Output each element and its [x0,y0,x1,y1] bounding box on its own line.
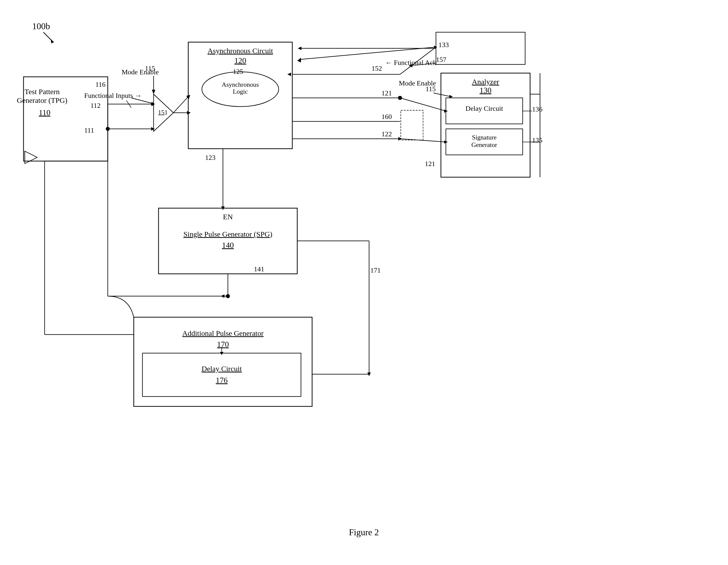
svg-text:Additional Pulse Generator: Additional Pulse Generator [182,329,264,337]
svg-text:140: 140 [222,240,234,249]
svg-text:121: 121 [425,160,435,167]
svg-text:116: 116 [95,80,106,88]
svg-text:Delay Circuit: Delay Circuit [465,105,503,112]
svg-text:110: 110 [39,108,51,117]
svg-text:160: 160 [381,113,392,120]
svg-text:141: 141 [254,265,264,273]
svg-text:Generator: Generator [471,141,497,148]
svg-text:120: 120 [234,56,246,65]
svg-text:121: 121 [381,89,392,97]
svg-text:115: 115 [426,85,436,93]
svg-text:Delay Circuit: Delay Circuit [202,365,242,373]
svg-text:Asynchronous: Asynchronous [222,81,259,88]
svg-text:← Functional Ack: ← Functional Ack [385,59,436,66]
svg-text:Single Pulse Generator (SPG): Single Pulse Generator (SPG) [183,230,272,238]
svg-text:Test Pattern: Test Pattern [25,87,60,96]
svg-text:Asynchronous Circuit: Asynchronous Circuit [208,47,273,55]
delay-circuit-176-block [142,353,301,397]
figure-caption: Figure 2 [349,527,379,537]
svg-text:Logic: Logic [233,88,248,95]
svg-text:171: 171 [370,266,381,274]
svg-text:112: 112 [90,102,101,109]
svg-text:Signature: Signature [472,134,497,141]
svg-text:136: 136 [532,105,542,113]
svg-text:170: 170 [217,340,229,349]
svg-text:176: 176 [216,376,228,385]
svg-text:111: 111 [84,126,94,134]
svg-text:133: 133 [438,41,449,49]
svg-text:115: 115 [145,64,155,72]
svg-text:Analyzer: Analyzer [472,78,499,86]
diagram-container: 100b Test Pattern Generator (TPG) 110 As… [0,0,728,565]
svg-text:152: 152 [372,64,382,72]
svg-text:157: 157 [436,56,446,63]
svg-text:125: 125 [233,68,243,75]
svg-text:Generator (TPG): Generator (TPG) [17,96,67,105]
ref-100b: 100b [32,21,50,31]
svg-text:122: 122 [381,130,392,138]
svg-text:130: 130 [480,86,491,95]
svg-rect-0 [0,0,728,565]
circuit-diagram-svg: 100b Test Pattern Generator (TPG) 110 As… [0,0,728,565]
svg-text:EN: EN [223,212,233,221]
svg-text:135: 135 [532,136,542,144]
svg-text:123: 123 [205,154,216,161]
